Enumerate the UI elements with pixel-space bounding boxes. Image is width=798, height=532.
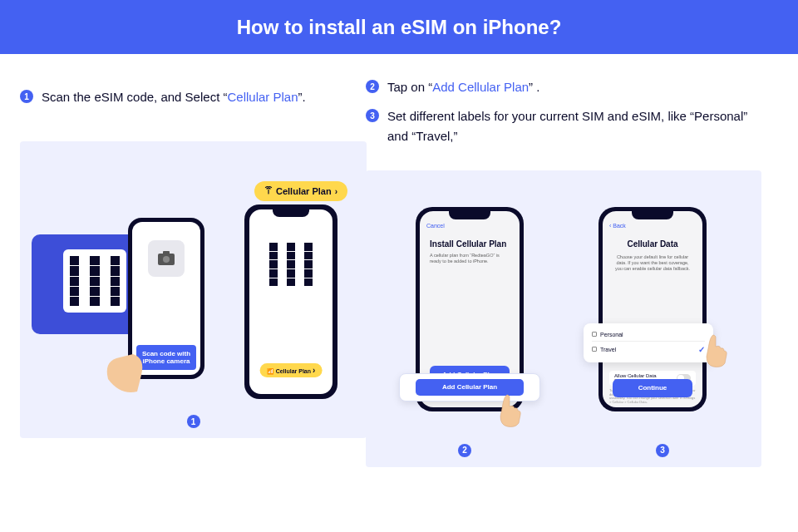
step-2-highlight: Add Cellular Plan <box>432 80 529 94</box>
install-plan-title: Install Cellular Plan <box>420 239 520 249</box>
install-plan-subtitle: A cellular plan from “RedteaGO” is ready… <box>420 253 520 264</box>
cellular-plan-chip: Cellular Plan › <box>254 181 347 201</box>
svg-point-2 <box>163 256 170 263</box>
checkbox-icon <box>592 332 597 337</box>
pointer-hand-icon <box>490 392 529 430</box>
checkbox-icon <box>592 347 597 352</box>
antenna-icon: 📶 <box>267 368 274 374</box>
phone-plan-graphic: 📶Cellular Plan› <box>244 204 337 399</box>
continue-button: Continue <box>613 379 692 397</box>
step-2-badge: 2 <box>366 80 379 93</box>
content-area: 1 Scan the eSIM code, and Select “Cellul… <box>0 54 798 467</box>
step-1-badge: 1 <box>20 90 33 103</box>
qr-code-large <box>63 249 126 313</box>
panel-2-captions: 2 3 <box>366 444 761 457</box>
phone-cellular-data: ‹ Back Cellular Data Choose your default… <box>598 207 707 411</box>
list-row-personal: Personal <box>592 328 705 341</box>
step-3: 3 Set different labels for your current … <box>366 106 761 145</box>
cellular-data-title: Cellular Data <box>603 239 702 249</box>
caption-badge-3: 3 <box>656 444 669 457</box>
cellular-data-subtitle: Choose your default line for cellular da… <box>603 254 702 272</box>
caption-badge-2: 2 <box>458 444 471 457</box>
notch-icon <box>632 211 673 219</box>
page-header: How to install an eSIM on iPhone? <box>0 0 798 54</box>
panel-2: Cancel Install Cellular Plan A cellular … <box>366 170 761 467</box>
step-1-highlight: Cellular Plan <box>227 90 298 104</box>
camera-icon <box>148 240 185 277</box>
antenna-icon <box>264 186 273 196</box>
left-column: 1 Scan the eSIM code, and Select “Cellul… <box>0 54 366 467</box>
panel-1-caption: 1 <box>20 415 367 428</box>
notch-icon <box>273 209 309 217</box>
panel-1: Scan code with iPhone camera Cellular Pl… <box>20 141 367 438</box>
cancel-link: Cancel <box>426 223 445 229</box>
qr-pattern-icon <box>269 243 313 286</box>
chevron-right-icon: › <box>313 366 315 375</box>
qr-code-small <box>266 239 316 289</box>
caption-badge-1: 1 <box>187 415 200 428</box>
step-3-text: Set different labels for your current SI… <box>387 106 761 145</box>
cellular-plan-chip-small: 📶Cellular Plan› <box>260 363 323 377</box>
back-link: ‹ Back <box>609 223 626 229</box>
qr-pattern-icon <box>70 256 120 306</box>
step-2-text: Tap on “Add Cellular Plan” . <box>387 77 539 96</box>
notch-icon <box>449 211 490 219</box>
svg-rect-1 <box>163 251 170 254</box>
step-1: 1 Scan the eSIM code, and Select “Cellul… <box>20 87 366 106</box>
chevron-right-icon: › <box>335 187 337 196</box>
label-list-card: Personal Travel ✓ <box>584 323 713 362</box>
pointer-hand-icon <box>697 332 735 370</box>
hand-holding-icon <box>100 346 150 396</box>
step-2: 2 Tap on “Add Cellular Plan” . <box>366 77 761 96</box>
step-3-badge: 3 <box>366 109 379 122</box>
list-row-travel: Travel ✓ <box>592 341 705 357</box>
page-title: How to install an eSIM on iPhone? <box>237 16 562 39</box>
instructions-right: 2 Tap on “Add Cellular Plan” . 3 Set dif… <box>366 54 761 170</box>
step-1-text: Scan the eSIM code, and Select “Cellular… <box>42 87 306 106</box>
instructions-left: 1 Scan the eSIM code, and Select “Cellul… <box>20 54 366 141</box>
right-column: 2 Tap on “Add Cellular Plan” . 3 Set dif… <box>366 54 781 467</box>
